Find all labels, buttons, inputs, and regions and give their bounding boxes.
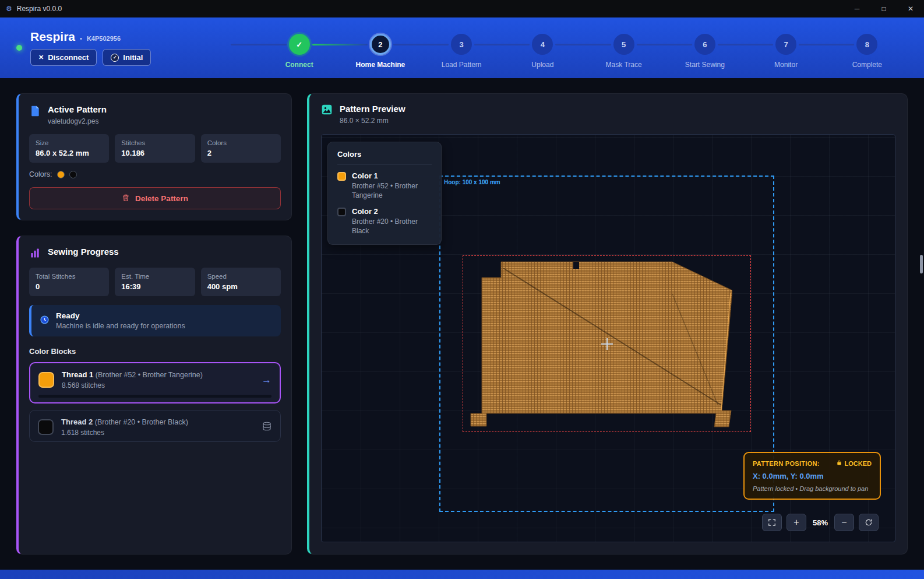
- layers-icon: [262, 421, 272, 433]
- zoom-level: 58%: [813, 518, 828, 527]
- left-column: Active Pattern valetudogv2.pes Size 86.0…: [16, 93, 292, 555]
- pattern-preview-card: Pattern Preview 86.0 × 52.2 mm Hoop: 100…: [307, 93, 908, 555]
- fit-view-icon: [768, 518, 776, 527]
- refresh-icon: [865, 518, 873, 527]
- locked-badge[interactable]: LOCKED: [836, 459, 872, 467]
- close-button[interactable]: ✕: [897, 0, 924, 17]
- titlebar-left: ⚙ Respira v0.0.0: [6, 5, 62, 13]
- stat-est-time: Est. Time 16:39: [115, 268, 195, 296]
- thread-1-card[interactable]: Thread 1 (Brother #52 • Brother Tangerin…: [29, 362, 281, 403]
- stat-speed: Speed 400 spm: [201, 268, 281, 296]
- serial-bullet: •: [80, 35, 82, 42]
- stat-stitches: Stitches 10.186: [115, 134, 195, 163]
- step-load-pattern-circle: 3: [451, 34, 472, 55]
- status-text: Machine is idle and ready for operations: [56, 322, 185, 330]
- step-mask-trace[interactable]: 5 Mask Trace: [583, 34, 664, 69]
- preview-canvas[interactable]: Hoop: 100 x 100 mm: [321, 134, 895, 542]
- pattern-preview-size: 86.0 × 52.2 mm: [340, 117, 405, 125]
- color-dot-tangerine: [57, 171, 65, 178]
- pattern-position-hint: Pattern locked • Drag background to pan: [753, 485, 872, 492]
- colors-legend-panel: Colors Color 1 Brother #52 • Brother Tan…: [327, 142, 442, 245]
- disconnect-x-icon: ✕: [38, 54, 44, 61]
- step-home-machine-circle: 2: [370, 34, 391, 55]
- sewing-progress-card: Sewing Progress Total Stitches 0 Est. Ti…: [16, 236, 292, 555]
- legend-swatch-tangerine: [337, 172, 346, 181]
- active-pattern-card: Active Pattern valetudogv2.pes Size 86.0…: [16, 93, 292, 220]
- connection-status-dot: [16, 45, 22, 51]
- circled-check-icon: ✓: [111, 54, 119, 62]
- step-complete[interactable]: 8 Complete: [827, 34, 908, 69]
- zoom-out-button[interactable]: −: [834, 514, 854, 531]
- step-connect-circle: ✓: [289, 34, 310, 55]
- pattern-position-overlay: PATTERN POSITION: LOCKED X: 0.0mm, Y: 0.…: [743, 452, 881, 500]
- step-connect[interactable]: ✓ Connect: [259, 34, 340, 69]
- thread-2-card[interactable]: Thread 2 (Brother #20 • Brother Black) 1…: [29, 410, 281, 442]
- step-load-pattern[interactable]: 3 Load Pattern: [421, 34, 502, 69]
- machine-status-box: Ready Machine is idle and ready for oper…: [29, 305, 281, 336]
- zoom-in-button[interactable]: +: [787, 514, 806, 531]
- status-title: Ready: [56, 311, 185, 320]
- image-icon: [321, 104, 333, 117]
- pattern-preview-title: Pattern Preview: [340, 104, 405, 114]
- delete-pattern-button[interactable]: Delete Pattern: [29, 187, 281, 209]
- fit-view-button[interactable]: [762, 514, 782, 531]
- bar-chart-icon: [29, 247, 41, 259]
- main-content: Active Pattern valetudogv2.pes Size 86.0…: [0, 78, 924, 570]
- step-monitor-circle: 7: [775, 34, 796, 55]
- right-column: Pattern Preview 86.0 × 52.2 mm Hoop: 100…: [307, 93, 908, 555]
- scrollbar-thumb[interactable]: [920, 255, 923, 273]
- step-start-sewing[interactable]: 6 Start Sewing: [664, 34, 745, 69]
- pattern-filename: valetudogv2.pes: [48, 117, 107, 125]
- stat-total-stitches: Total Stitches 0: [29, 268, 109, 296]
- thread-1-progress-track: [38, 395, 271, 398]
- machine-serial: K4P502956: [87, 35, 121, 42]
- step-start-sewing-circle: 6: [694, 34, 715, 55]
- pattern-position-title: PATTERN POSITION:: [753, 460, 820, 467]
- app-icon: ⚙: [6, 5, 12, 13]
- workflow-stepper: ✓ Connect 2 Home Machine 3 Load Pattern …: [232, 27, 908, 69]
- brand-block: Respira • K4P502956 ✕ Disconnect ✓ Initi…: [16, 30, 214, 66]
- step-complete-circle: 8: [856, 34, 877, 55]
- thread-2-swatch: [38, 419, 54, 435]
- thread-1-swatch: [38, 372, 54, 388]
- stat-colors: Colors 2: [201, 134, 281, 163]
- minimize-button[interactable]: ─: [844, 0, 870, 17]
- pattern-colors-row: Colors:: [29, 170, 281, 178]
- step-mask-trace-circle: 5: [613, 34, 634, 55]
- legend-color-1: Color 1 Brother #52 • Brother Tangerine: [337, 171, 432, 200]
- active-pattern-title: Active Pattern: [48, 104, 107, 114]
- check-icon: ✓: [296, 40, 302, 49]
- lock-icon: [836, 459, 842, 467]
- footer-accent-bar: [0, 570, 924, 579]
- window-title: Respira v0.0.0: [17, 5, 62, 13]
- pattern-stitch-render[interactable]: [467, 260, 732, 427]
- reset-view-button[interactable]: [859, 514, 879, 531]
- sewing-progress-title: Sewing Progress: [48, 247, 119, 257]
- window-titlebar: ⚙ Respira v0.0.0 ─ □ ✕: [0, 0, 924, 17]
- minus-icon: −: [841, 517, 847, 528]
- plus-icon: +: [793, 517, 799, 528]
- zoom-controls: + 58% −: [762, 514, 879, 531]
- maximize-button[interactable]: □: [870, 0, 897, 17]
- window-controls: ─ □ ✕: [844, 0, 924, 17]
- color-dot-black: [69, 171, 77, 178]
- step-upload[interactable]: 4 Upload: [502, 34, 583, 69]
- stat-size: Size 86.0 x 52.2 mm: [29, 134, 109, 163]
- pattern-coords: X: 0.0mm, Y: 0.0mm: [753, 472, 872, 480]
- step-monitor[interactable]: 7 Monitor: [746, 34, 827, 69]
- document-icon: [29, 105, 41, 117]
- initial-button[interactable]: ✓ Initial: [103, 49, 151, 66]
- hoop-label: Hoop: 100 x 100 mm: [444, 179, 500, 185]
- origin-crosshair: [601, 338, 613, 350]
- trash-icon: [122, 194, 130, 203]
- disconnect-button[interactable]: ✕ Disconnect: [30, 49, 97, 66]
- step-upload-circle: 4: [532, 34, 553, 55]
- legend-color-2: Color 2 Brother #20 • Brother Black: [337, 207, 432, 236]
- color-blocks-title: Color Blocks: [29, 347, 281, 356]
- arrow-right-icon[interactable]: →: [262, 374, 271, 386]
- clock-icon: [40, 315, 50, 327]
- app-header: Respira • K4P502956 ✕ Disconnect ✓ Initi…: [0, 17, 924, 78]
- app-name: Respira: [30, 30, 75, 44]
- legend-swatch-black: [337, 208, 346, 216]
- step-home-machine[interactable]: 2 Home Machine: [340, 34, 421, 69]
